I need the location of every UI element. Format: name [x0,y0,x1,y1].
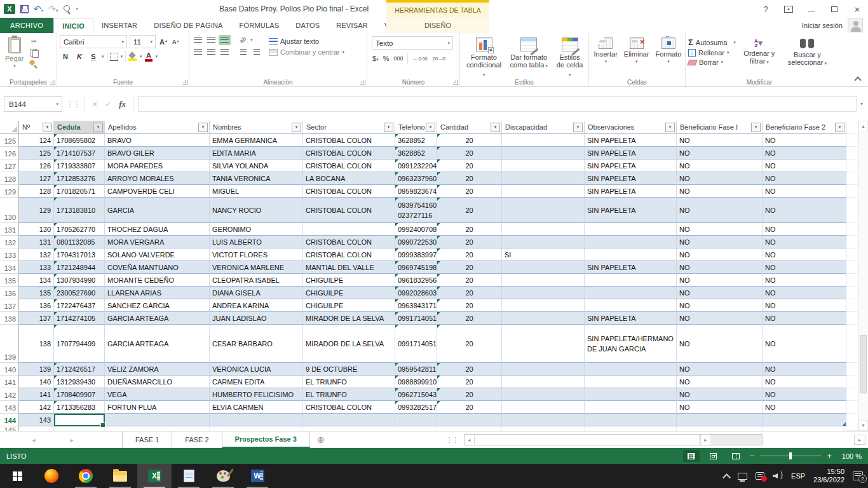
wrap-text-button[interactable]: Ajustar texto [269,37,344,45]
expand-formula-bar-icon[interactable]: ▾ [860,101,864,107]
cell[interactable] [502,236,585,248]
cell[interactable]: CHIGUILPE [303,287,395,299]
fill-button[interactable]: ↓ Rellenar▾ [688,49,736,57]
cell[interactable]: ARROYO MORALES [105,172,210,185]
increase-decimal-icon[interactable]: ←.0 00 [412,56,427,62]
cell[interactable]: 20 [437,159,502,172]
italic-button[interactable]: K [74,51,85,62]
cell[interactable]: CLEOPATRA ISABEL [210,274,303,287]
tab-revisar[interactable]: REVISAR [328,18,376,33]
cell[interactable] [585,274,677,287]
cell[interactable]: CRISTOBAL COLON [303,185,395,198]
cell[interactable] [585,426,677,431]
cell[interactable]: 133 [19,261,54,274]
cell[interactable]: CRISTOBAL COLON [303,401,395,414]
cell[interactable] [502,388,585,401]
cell[interactable]: 141 [19,388,54,401]
notifications-icon[interactable]: 2 [853,471,863,480]
clear-button[interactable]: Borrar▾ [688,58,736,66]
align-center-icon[interactable] [205,47,217,57]
cell[interactable]: CRISTOBAL COLON [303,248,395,261]
vertical-scrollbar[interactable]: ▴ ▾ [858,121,868,431]
cell[interactable] [502,185,585,198]
cell[interactable]: NO [763,287,846,299]
increase-indent-icon[interactable] [250,47,262,57]
cell[interactable] [502,401,585,414]
cell[interactable]: 124 [19,134,54,147]
cell[interactable]: VERONICA MARLENE [210,261,303,274]
align-bottom-icon[interactable] [219,35,231,45]
cell[interactable]: 0988899910 [395,376,437,388]
cell[interactable]: NO [763,236,846,248]
tab-diseno-contextual[interactable]: DISEÑO [386,18,489,33]
action-center-icon[interactable] [756,472,764,480]
cell[interactable] [502,287,585,299]
cell[interactable] [585,287,677,299]
cell[interactable]: GARCIA ARTEAGA [105,312,210,325]
volume-icon[interactable] [773,472,783,480]
cell[interactable]: 1705262770 [54,223,105,236]
cell[interactable]: EL TRIUNFO [303,376,395,388]
scroll-left-icon[interactable]: ◂ [465,435,475,445]
zoom-out-icon[interactable]: − [750,451,755,461]
row-header[interactable]: 128 [0,172,19,185]
row-header[interactable]: 144 [0,414,19,426]
sheet-tab-fase-2[interactable]: FASE 2 [172,431,222,448]
copy-icon[interactable] [29,48,39,57]
cell[interactable]: MIRADOR DE LA SELVA [303,325,395,363]
cell[interactable]: 132 [19,248,54,261]
row-header[interactable]: 126 [0,147,19,159]
cell[interactable]: 143 [19,414,54,426]
cell[interactable] [502,274,585,287]
cell[interactable]: ELVIA CARMEN [210,401,303,414]
close-icon[interactable]: × [849,2,865,16]
cell[interactable] [502,134,585,147]
cell[interactable]: MIRADOR DE LA SELVA [303,312,395,325]
cell[interactable]: CRISTOBAL COLON [303,147,395,159]
cell[interactable]: NO [763,185,846,198]
sheet-tab-prospectos-fase-3[interactable]: Prospectos Fase 3 [222,431,310,448]
cell[interactable]: 0990722530 [395,236,437,248]
filter-icon[interactable]: ▾ [292,123,301,132]
cell[interactable] [19,426,54,431]
formula-input[interactable] [138,96,857,112]
cell[interactable]: VEGA [105,388,210,401]
sheet-nav-right-icon[interactable]: ▸ [65,431,79,448]
new-sheet-icon[interactable]: ⊕ [310,431,332,448]
cell[interactable]: 20 [437,376,502,388]
merge-center-button[interactable]: Combinar y centrar▾ [269,48,344,56]
cell[interactable] [585,223,677,236]
cell[interactable]: 1708409907 [54,388,105,401]
cell[interactable]: DUEÑASMARCILLO [105,376,210,388]
cell[interactable]: 1713356283 [54,401,105,414]
collapse-ribbon-icon[interactable] [855,76,860,81]
font-dialog-launcher-icon[interactable] [182,80,187,85]
zoom-level[interactable]: 100 % [837,452,862,460]
cell[interactable] [585,299,677,312]
row-header[interactable]: 143 [0,401,19,414]
cell[interactable] [585,248,677,261]
paste-button[interactable]: Pegar ▾ [3,35,26,71]
percent-format-icon[interactable]: % [383,55,390,62]
cell[interactable]: 1713183810 [54,198,105,223]
cell[interactable]: 20 [437,134,502,147]
borders-icon[interactable] [110,53,118,61]
row-header[interactable]: 136 [0,287,19,299]
print-preview-icon[interactable] [64,5,71,13]
cell[interactable] [585,363,677,376]
cell[interactable]: NO [677,261,763,274]
bold-button[interactable]: N [60,51,71,62]
cell[interactable]: 2300527690 [54,287,105,299]
cell[interactable]: 20 [437,401,502,414]
cell[interactable]: NO [763,299,846,312]
cell[interactable]: NO [763,159,846,172]
row-header[interactable]: 140 [0,363,19,376]
comma-format-icon[interactable]: 000 [393,55,403,62]
cell[interactable]: 0961832956 [395,274,437,287]
cell[interactable] [502,363,585,376]
cell[interactable]: NO [677,185,763,198]
taskbar-paint[interactable] [206,464,240,488]
name-box[interactable]: B144▾ [4,96,62,112]
column-header-bf2[interactable]: Beneficiario Fase 2▾ [763,121,846,134]
cell[interactable] [437,414,502,426]
